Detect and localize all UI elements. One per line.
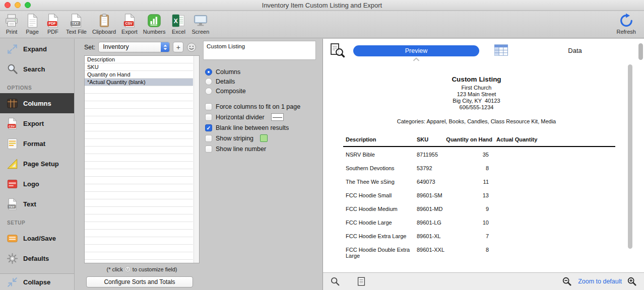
zoom-in-icon[interactable] (627, 276, 637, 286)
toolbar-button-print[interactable]: Print (4, 13, 19, 35)
radio-columns[interactable]: Columns (205, 67, 246, 77)
pagesetup-icon (6, 158, 19, 170)
sidebar-item-expand[interactable]: Expand (0, 39, 74, 59)
field-row[interactable]: Quantity on Hand (85, 71, 193, 79)
checkbox-force-columns-to-fit-on-1-page[interactable]: Force columns to fit on 1 page (205, 101, 300, 112)
checkbox[interactable] (205, 114, 212, 121)
titlebar: Inventory Item Custom Listing and Export (0, 0, 644, 11)
field-row[interactable]: *Actual Quantity (blank) (85, 79, 193, 86)
sidebar-item-defaults[interactable]: Defaults (0, 248, 74, 268)
zoom-to-default-link[interactable]: Zoom to default (578, 278, 622, 285)
preview-find-icon[interactable] (329, 43, 345, 58)
checkbox-blank-line-between-results[interactable]: ✓Blank line between results (205, 122, 300, 133)
toolbar-button-clipboard[interactable]: Clipboard (92, 13, 116, 35)
divider-style-swatch[interactable] (271, 113, 284, 121)
preview-bottombar: Zoom to default (323, 272, 644, 290)
sidebar-item-label: Load/Save (23, 235, 56, 242)
add-field-set-button[interactable]: + (173, 42, 183, 52)
toolbar-button-text-file[interactable]: TXTText File (66, 13, 87, 35)
doc-table-row: FCC Hoodie Small89601-SM13 (343, 188, 615, 201)
txt-icon: TXT (6, 198, 19, 210)
field-row[interactable]: Description (85, 56, 193, 63)
zoom-out-icon[interactable] (562, 276, 572, 286)
minimize-button[interactable] (15, 2, 21, 8)
search-icon[interactable] (330, 276, 340, 286)
traffic-lights (5, 2, 31, 8)
checkbox[interactable]: ✓ (205, 124, 212, 131)
doc-cell-sku: 89601-SM (417, 192, 446, 198)
toolbar-button-pdf[interactable]: PDFPDF (45, 13, 60, 35)
field-rows: DescriptionSKUQuantity on Hand*Actual Qu… (85, 56, 193, 263)
customize-field-button[interactable] (186, 42, 197, 52)
field-row-empty (85, 116, 193, 124)
field-row[interactable]: SKU (85, 63, 193, 71)
toolbar-button-page[interactable]: Page (25, 13, 40, 35)
document-icon[interactable] (356, 276, 366, 286)
toolbar-button-label: Clipboard (92, 29, 116, 35)
doc-cell-actual (492, 165, 615, 171)
toolbar-button-numbers[interactable]: Numbers (143, 13, 166, 35)
columns-icon (6, 97, 19, 110)
configure-sorts-totals-button[interactable]: Configure Sorts and Totals (86, 276, 193, 287)
radio-button[interactable] (205, 68, 212, 76)
toolbar-button-label: Page (26, 29, 39, 35)
radio-button[interactable] (205, 88, 212, 95)
sidebar-item-text[interactable]: TXTText (0, 194, 74, 214)
tab-data[interactable]: Data (560, 39, 590, 62)
sidebar-item-columns[interactable]: Columns (0, 93, 74, 113)
field-row-empty (85, 207, 193, 214)
doc-column-header: Actual Quantity (492, 136, 615, 142)
field-row-empty (85, 237, 193, 245)
sidebar-item-page-setup[interactable]: Page Setup (0, 154, 74, 174)
sidebar-item-logo[interactable]: Logo (0, 174, 74, 194)
toolbar-button-excel[interactable]: XExcel (171, 13, 186, 35)
sidebar-item-format[interactable]: Format (0, 133, 74, 154)
clipboard-icon (97, 13, 112, 28)
checkbox[interactable] (205, 146, 212, 153)
toolbar-button-label: Text File (66, 29, 87, 35)
sidebar: ExpandSearchOPTIONSColumnsCSVExportForma… (0, 39, 75, 290)
data-table-icon[interactable] (493, 43, 509, 57)
checkbox-show-line-number[interactable]: Show line number (205, 143, 300, 154)
toolbar-button-screen[interactable]: Screen (191, 13, 209, 35)
doc-cell-sku: 89601-MD (417, 206, 446, 212)
toolbar-button-label: Numbers (143, 29, 166, 35)
checkbox-show-striping[interactable]: Show striping (205, 133, 300, 143)
doc-cell-qty: 35 (446, 152, 492, 158)
doc-categories: Categories: Apparel, Books, Candles, Cla… (323, 118, 630, 124)
sidebar-item-load-save[interactable]: Load/Save (0, 228, 74, 248)
zoom-window-button[interactable] (25, 2, 31, 8)
checkbox[interactable] (205, 135, 212, 142)
toolbar-button-label: Excel (172, 29, 185, 35)
field-row-empty (85, 109, 193, 116)
pdf-icon: PDF (45, 13, 60, 28)
sidebar-section-setup-section: SETUP (0, 214, 74, 228)
sidebar-item-export[interactable]: CSVExport (0, 113, 74, 133)
checkbox[interactable] (205, 103, 212, 110)
striping-color-swatch[interactable] (260, 134, 268, 142)
set-dropdown-value: Inventory (103, 43, 128, 50)
set-label: Set: (84, 44, 95, 51)
close-button[interactable] (5, 2, 11, 8)
doc-cell-description: FCC Hoodie Medium (343, 206, 417, 212)
sidebar-item-search[interactable]: Search (0, 59, 74, 79)
field-list-scrollbar[interactable] (194, 56, 199, 263)
set-dropdown[interactable]: Inventory (98, 42, 170, 52)
radio-button[interactable] (205, 78, 212, 85)
tab-preview[interactable]: Preview (353, 45, 479, 56)
checkbox-horizontal-divider[interactable]: Horizontal divider (205, 112, 300, 122)
toolbar-button-refresh[interactable]: Refresh (616, 13, 636, 35)
sidebar-item-collapse[interactable]: Collapse (0, 273, 74, 290)
field-row-empty (85, 101, 193, 109)
toolbar-button-label: Screen (191, 29, 209, 35)
listing-title-input[interactable]: Custom Listing (203, 41, 316, 60)
sidebar-item-label: Defaults (23, 255, 49, 262)
radio-composite[interactable]: Composite (205, 86, 246, 96)
checkbox-label: Horizontal divider (216, 114, 265, 121)
middle-panels: Set: Inventory + DescriptionSKUQuantity … (75, 39, 323, 290)
radio-label: Details (216, 78, 235, 85)
document-scrollbar[interactable] (628, 64, 632, 249)
radio-details[interactable]: Details (205, 77, 246, 86)
pane-scrollbar[interactable] (638, 43, 643, 60)
toolbar-button-export[interactable]: CSVExport (121, 13, 138, 35)
